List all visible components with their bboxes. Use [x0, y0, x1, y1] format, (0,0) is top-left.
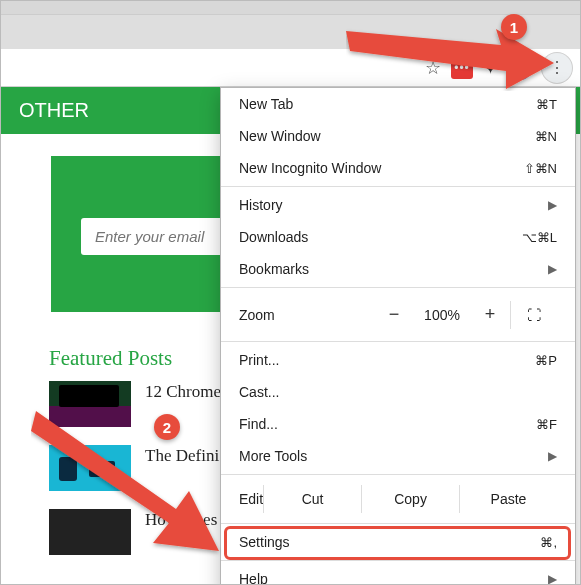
menu-separator [221, 341, 575, 342]
menu-label: History [239, 197, 283, 213]
menu-label: Bookmarks [239, 261, 309, 277]
submenu-arrow-icon: ▶ [548, 449, 557, 463]
submenu-arrow-icon: ▶ [548, 198, 557, 212]
menu-shortcut: ⌥⌘L [522, 230, 557, 245]
menu-more-tools[interactable]: More Tools ▶ [221, 440, 575, 472]
menu-settings[interactable]: Settings ⌘, [221, 526, 575, 558]
menu-label: New Tab [239, 96, 293, 112]
tab-strip [1, 15, 580, 49]
menu-new-tab[interactable]: New Tab ⌘T [221, 88, 575, 120]
zoom-value: 100% [414, 307, 470, 323]
callout-badge-2: 2 [154, 414, 180, 440]
browser-toolbar: ☆ ••• ✦ ⋮ [1, 49, 580, 87]
menu-label: Zoom [239, 307, 275, 323]
post-thumbnail [49, 381, 131, 427]
menu-label: Help [239, 571, 268, 585]
menu-separator [221, 287, 575, 288]
extensions-icon[interactable]: ✦ [483, 57, 498, 79]
menu-label: Find... [239, 416, 278, 432]
callout-badge-1: 1 [501, 14, 527, 40]
post-thumbnail [49, 445, 131, 491]
menu-new-incognito[interactable]: New Incognito Window ⇧⌘N [221, 152, 575, 184]
menu-label: Edit [239, 491, 263, 507]
extension-lastpass-icon[interactable]: ••• [451, 57, 473, 79]
menu-find[interactable]: Find... ⌘F [221, 408, 575, 440]
menu-shortcut: ⌘T [536, 97, 557, 112]
menu-shortcut: ⌘F [536, 417, 557, 432]
menu-label: New Incognito Window [239, 160, 381, 176]
fullscreen-button[interactable]: ⛶ [511, 307, 557, 323]
menu-separator [221, 560, 575, 561]
zoom-in-button[interactable]: + [470, 298, 510, 331]
menu-separator [221, 186, 575, 187]
menu-help[interactable]: Help ▶ [221, 563, 575, 585]
post-thumbnail [49, 509, 131, 555]
zoom-out-button[interactable]: − [374, 298, 414, 331]
menu-zoom: Zoom − 100% + ⛶ [221, 290, 575, 339]
menu-separator [221, 474, 575, 475]
menu-shortcut: ⌘, [540, 535, 557, 550]
menu-separator [221, 523, 575, 524]
bookmark-star-icon[interactable]: ☆ [425, 57, 441, 79]
menu-label: Cast... [239, 384, 279, 400]
copy-button[interactable]: Copy [361, 485, 459, 513]
submenu-arrow-icon: ▶ [548, 262, 557, 276]
window-titlebar [1, 1, 580, 15]
menu-shortcut: ⌘P [535, 353, 557, 368]
menu-label: New Window [239, 128, 321, 144]
menu-history[interactable]: History ▶ [221, 189, 575, 221]
menu-label: Downloads [239, 229, 308, 245]
paste-button[interactable]: Paste [459, 485, 557, 513]
cut-button[interactable]: Cut [263, 485, 361, 513]
menu-edit: Edit Cut Copy Paste [221, 477, 575, 521]
menu-print[interactable]: Print... ⌘P [221, 344, 575, 376]
menu-cast[interactable]: Cast... [221, 376, 575, 408]
menu-label: Settings [239, 534, 290, 550]
menu-label: Print... [239, 352, 279, 368]
post-title: 12 Chrome [145, 381, 221, 404]
menu-shortcut: ⌘N [535, 129, 557, 144]
menu-downloads[interactable]: Downloads ⌥⌘L [221, 221, 575, 253]
menu-new-window[interactable]: New Window ⌘N [221, 120, 575, 152]
menu-label: More Tools [239, 448, 307, 464]
chrome-menu-button[interactable]: ⋮ [542, 53, 572, 83]
submenu-arrow-icon: ▶ [548, 572, 557, 585]
menu-shortcut: ⇧⌘N [524, 161, 557, 176]
chrome-menu: New Tab ⌘T New Window ⌘N New Incognito W… [220, 87, 576, 585]
menu-bookmarks[interactable]: Bookmarks ▶ [221, 253, 575, 285]
profile-avatar[interactable] [508, 56, 532, 80]
